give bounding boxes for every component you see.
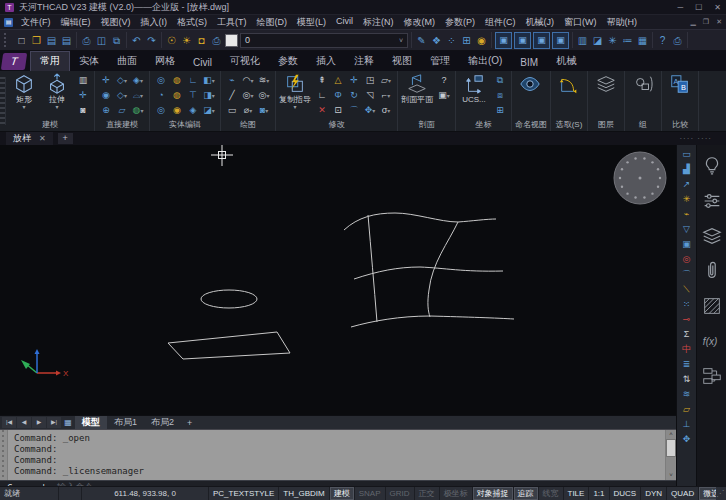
tab-管理[interactable]: 管理 (421, 52, 459, 71)
flatshot-icon[interactable]: ▥ (75, 73, 91, 87)
tab-插入[interactable]: 插入 (307, 52, 345, 71)
status-toggle-建模[interactable]: 建模 (330, 487, 355, 500)
chevron-down-icon[interactable]: ▾ (212, 78, 215, 84)
publish-icon[interactable]: ⧉ (110, 34, 123, 47)
menu-绘图D[interactable]: 绘图(D) (252, 16, 293, 29)
live-section-icon[interactable]: ? (436, 73, 452, 87)
parallelogram-entity[interactable] (168, 332, 290, 359)
scroll-up-icon[interactable]: ˄ (669, 430, 673, 439)
mod-scale-icon[interactable]: △ (330, 73, 346, 87)
anchor-icon[interactable]: 中 (680, 343, 694, 356)
status-toggle-GRID[interactable]: GRID (386, 487, 415, 500)
chevron-down-icon[interactable]: ˅ (399, 37, 403, 44)
leader-icon[interactable]: ↗ (680, 178, 694, 191)
layer-freeze-icon[interactable]: ☀ (180, 34, 193, 47)
new-file-icon[interactable]: □ (15, 34, 28, 47)
mod-offset-icon[interactable]: ∟ (314, 88, 330, 102)
menu-插入I[interactable]: 插入(I) (136, 16, 173, 29)
mod-erase-icon[interactable]: ✕ (314, 103, 330, 117)
updown-icon[interactable]: ⇅ (680, 373, 694, 386)
layers2-icon[interactable] (701, 225, 723, 247)
chevron-down-icon[interactable]: ▾ (265, 108, 268, 114)
view-hidden-icon[interactable]: ▣ (514, 32, 531, 49)
loft-curve[interactable] (351, 316, 514, 327)
menu-编辑E[interactable]: 编辑(E) (56, 16, 96, 29)
next-layout-button[interactable]: ▶ (32, 417, 46, 428)
draw-donut-icon[interactable]: ◎▾ (256, 88, 272, 102)
plan-icon[interactable]: ✛ (75, 88, 91, 102)
chevron-down-icon[interactable]: ▾ (212, 93, 215, 99)
section-plane-button[interactable]: 剖面平面 (401, 73, 433, 104)
se-extrude-face-icon[interactable]: ◍ (169, 73, 185, 87)
wand-icon[interactable]: ✳ (680, 193, 694, 206)
press-icon[interactable]: ⊥ (680, 418, 694, 431)
mod-mirror-icon[interactable]: ▱▾ (378, 73, 394, 87)
first-layout-button[interactable]: |◀ (2, 417, 16, 428)
mod-overkill-icon[interactable]: σ▾ (378, 103, 394, 117)
erase-icon[interactable]: ◪ (591, 34, 604, 47)
undo-icon[interactable]: ↶ (130, 34, 143, 47)
options-icon[interactable]: ✳ (606, 34, 619, 47)
loft-curve[interactable] (344, 213, 496, 230)
chevron-down-icon[interactable]: ▾ (140, 108, 143, 114)
color-swatch[interactable] (225, 34, 238, 47)
layout-tab-模型[interactable]: 模型 (75, 416, 107, 429)
section-block-icon[interactable]: ▣▾ (436, 88, 452, 102)
draw-line-icon[interactable]: ╱ (224, 88, 240, 102)
sum-icon[interactable]: Σ (680, 328, 694, 341)
help-icon[interactable]: ? (656, 34, 669, 47)
command-scrollbar[interactable]: ˄ ˅ (665, 430, 676, 480)
se-union-icon[interactable]: ◎ (153, 73, 169, 87)
menu-参数P[interactable]: 参数(P) (440, 16, 480, 29)
se-chamfer-icon[interactable]: ◨▾ (201, 88, 217, 102)
plot-preview-icon[interactable]: ◫ (95, 34, 108, 47)
ellipse-entity[interactable] (201, 290, 257, 308)
tab-实体[interactable]: 实体 (70, 52, 108, 71)
menu-修改M[interactable]: 修改(M) (399, 16, 441, 29)
mod-explode-icon[interactable]: ⊡ (330, 103, 346, 117)
layout-tab-布局2[interactable]: 布局2 (144, 416, 181, 429)
draw-circle-icon[interactable]: ◎▾ (240, 88, 256, 102)
se-subtract-icon[interactable]: ◔ (153, 88, 169, 102)
status-toggle-SNAP[interactable]: SNAP (355, 487, 386, 500)
menu-组件C[interactable]: 组件(C) (480, 16, 521, 29)
dm-fillet-icon[interactable]: ◈▾ (130, 73, 146, 87)
toolbar-grip[interactable] (4, 33, 10, 47)
status-toggle-1:1[interactable]: 1:1 (589, 487, 609, 500)
chevron-down-icon[interactable]: ▾ (22, 104, 25, 110)
new-file-tab-button[interactable]: + (58, 133, 73, 144)
tab-曲面[interactable]: 曲面 (108, 52, 146, 71)
copy-guide-button[interactable]: 复制指导▾ (279, 73, 311, 110)
mdi-minimize-button[interactable]: ▁ (690, 18, 695, 26)
flash-icon[interactable]: ⌁ (680, 208, 694, 221)
select-button[interactable] (554, 73, 584, 95)
rectangle-button[interactable]: 矩形▾ (9, 73, 39, 110)
dm-slice-icon[interactable]: ▱ (114, 103, 130, 117)
extrude-button[interactable]: 拉伸▾ (42, 73, 72, 110)
tab-可视化[interactable]: 可视化 (221, 52, 269, 71)
filter-icon[interactable]: ▽ (680, 223, 694, 236)
draw-ellipse-icon[interactable]: ⌀▾ (240, 103, 256, 117)
drawing-canvas[interactable]: X (0, 145, 676, 415)
chevron-down-icon[interactable]: ▾ (447, 93, 450, 99)
draw-rect-icon[interactable]: ▭ (224, 103, 240, 117)
tab-Civil[interactable]: Civil (184, 55, 221, 71)
menu-文件F[interactable]: 文件(F) (16, 16, 56, 29)
tab-参数[interactable]: 参数 (269, 52, 307, 71)
status-toggle-追踪[interactable]: 追踪 (514, 487, 539, 500)
dm-press-icon[interactable]: ◉ (98, 88, 114, 102)
mdi-close-button[interactable]: ✕ (716, 18, 722, 26)
layers-button[interactable] (591, 73, 621, 95)
dm-offset-icon[interactable]: ◇▾ (114, 73, 130, 87)
group-button[interactable] (628, 73, 658, 95)
scroll-thumb[interactable] (666, 439, 676, 457)
chevron-down-icon[interactable]: ▾ (387, 93, 390, 99)
menu-模型L[interactable]: 模型(L) (292, 16, 331, 29)
layer-walk-icon[interactable]: ⁘ (445, 34, 458, 47)
status-toggle-极坐标[interactable]: 极坐标 (440, 487, 473, 500)
menu-帮助H[interactable]: 帮助(H) (602, 16, 643, 29)
ucs-3point-icon[interactable]: ⊞ (492, 103, 508, 117)
tab-常用[interactable]: 常用 (30, 51, 70, 71)
prev-layout-button[interactable]: ◀ (17, 417, 31, 428)
chevron-down-icon[interactable]: ▾ (293, 104, 296, 110)
